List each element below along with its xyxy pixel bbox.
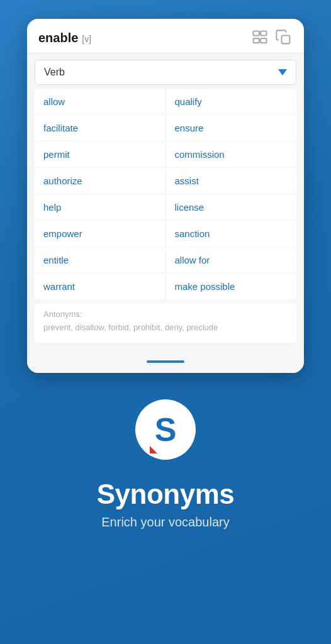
synonym-right-3[interactable]: assist	[166, 168, 297, 194]
antonyms-label: Antonyms:	[43, 309, 288, 319]
bottom-handle	[27, 350, 304, 373]
synonym-right-2[interactable]: commission	[166, 142, 297, 167]
synonym-right-6[interactable]: allow for	[166, 247, 297, 273]
table-row: permit commission	[35, 142, 296, 168]
synonym-left-0[interactable]: allow	[35, 89, 166, 114]
chevron-down-icon	[278, 69, 287, 75]
table-row: warrant make possible	[35, 274, 296, 299]
synonym-right-5[interactable]: sanction	[166, 221, 297, 247]
app-branding: S Synonyms Enrich your vocabulary	[97, 398, 235, 530]
table-row: empower sanction	[35, 221, 296, 247]
svg-rect-2	[254, 38, 259, 43]
phone-card: enable [v] Verb allow qualify	[27, 19, 304, 373]
antonyms-section: Antonyms: prevent, disallow, forbid, pro…	[35, 303, 296, 343]
verb-selector[interactable]: Verb	[35, 60, 296, 85]
svg-rect-0	[254, 31, 259, 36]
synonym-left-3[interactable]: authorize	[35, 168, 166, 194]
synonym-left-1[interactable]: facilitate	[35, 115, 166, 141]
header-word-area: enable [v]	[38, 31, 91, 45]
table-row: facilitate ensure	[35, 115, 296, 142]
table-row: help license	[35, 194, 296, 221]
share-icon[interactable]	[251, 29, 269, 47]
table-row: entitle allow for	[35, 247, 296, 274]
handle-bar	[147, 360, 184, 363]
synonym-left-6[interactable]: entitle	[35, 247, 166, 273]
synonym-left-5[interactable]: empower	[35, 221, 166, 247]
synonym-right-0[interactable]: qualify	[166, 89, 297, 114]
word-tag: [v]	[82, 34, 91, 44]
app-subtitle: Enrich your vocabulary	[101, 515, 229, 530]
antonyms-text: prevent, disallow, forbid, prohibit, den…	[43, 321, 288, 334]
synonym-left-4[interactable]: help	[35, 194, 166, 220]
svg-rect-1	[261, 31, 266, 36]
card-header: enable [v]	[27, 19, 304, 53]
synonyms-table: allow qualify facilitate ensure permit c…	[35, 89, 296, 299]
svg-rect-3	[261, 38, 266, 43]
svg-text:S: S	[155, 411, 177, 448]
table-row: authorize assist	[35, 168, 296, 194]
app-logo: S	[131, 398, 200, 467]
verb-label: Verb	[44, 67, 65, 78]
synonym-right-7[interactable]: make possible	[166, 274, 297, 299]
synonym-right-1[interactable]: ensure	[166, 115, 297, 141]
word-title: enable	[38, 31, 78, 45]
table-row: allow qualify	[35, 89, 296, 115]
svg-rect-4	[282, 36, 290, 44]
synonym-left-2[interactable]: permit	[35, 142, 166, 167]
copy-icon[interactable]	[275, 29, 293, 47]
header-icons	[251, 29, 293, 47]
app-title: Synonyms	[97, 479, 235, 510]
synonym-left-7[interactable]: warrant	[35, 274, 166, 299]
synonym-right-4[interactable]: license	[166, 194, 297, 220]
